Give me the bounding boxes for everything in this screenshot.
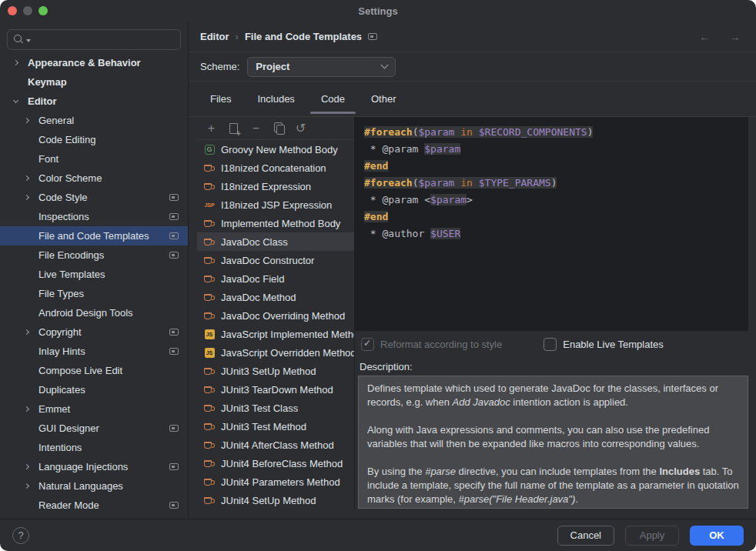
template-list-toolbar: +−↺ [197,117,354,140]
help-button[interactable]: ? [12,527,29,544]
list-item-javadoc-class[interactable]: JavaDoc Class [197,232,354,251]
scheme-row: Scheme: Project [189,52,756,81]
minimize-button[interactable] [23,6,32,15]
breadcrumb-editor[interactable]: Editor [200,31,229,42]
scheme-select[interactable]: Project [247,57,396,77]
list-item-junit4-afterclass-method[interactable]: JUnit4 AfterClass Method [197,436,354,454]
chevron-right-icon[interactable] [14,61,28,65]
sidebar-item-emmet[interactable]: Emmet [0,399,188,419]
sidebar-item-file-types[interactable]: File Types [0,284,188,303]
chevron-right-icon[interactable] [25,407,38,411]
sidebar-item-label: Color Scheme [38,172,179,184]
titlebar: Settings [0,0,756,22]
remove-button[interactable]: − [245,119,267,139]
template-editor[interactable]: #foreach($param in $RECORD_COMPONENTS) *… [355,117,748,331]
list-item-junit4-setup-method[interactable]: JUnit4 SetUp Method [197,491,354,509]
sidebar-item-inlay-hints[interactable]: Inlay Hints [0,342,188,361]
list-item-groovy-new-method-body[interactable]: GGroovy New Method Body [197,140,354,159]
create-from-template-button[interactable] [222,119,245,139]
live-templates-checkbox[interactable] [544,338,557,351]
breadcrumb: Editor › File and Code Templates ← → [189,22,756,52]
code-line: #foreach($param in $RECORD_COMPONENTS) [364,124,739,141]
sidebar-item-font[interactable]: Font [0,149,188,169]
tab-code[interactable]: Code [318,82,348,116]
list-item-javascript-implemented-method[interactable]: JSJavaScript Implemented Method [197,325,354,343]
list-item-junit3-test-class[interactable]: JUnit3 Test Class [197,399,354,417]
chevron-right-icon[interactable] [25,195,38,199]
create-from-template-icon [228,122,239,134]
chevron-right-icon[interactable] [25,465,38,469]
list-item-junit4-beforeclass-method[interactable]: JUnit4 BeforeClass Method [197,454,354,473]
list-item-javadoc-method[interactable]: JavaDoc Method [197,288,354,306]
sidebar-item-general[interactable]: General [0,111,188,130]
sidebar-item-inspections[interactable]: Inspections [0,207,188,226]
sidebar-item-language-injections[interactable]: Language Injections [0,457,188,476]
search-history-caret-icon[interactable] [26,39,31,42]
reformat-checkbox-group[interactable]: Reformat according to style [361,338,502,351]
sidebar-item-label: Compose Live Edit [38,365,179,376]
sidebar-item-editor[interactable]: Editor [0,92,188,111]
tab-includes[interactable]: Includes [254,82,297,116]
list-item-label: JUnit3 TearDown Method [221,384,333,396]
sidebar-item-file-and-code-templates[interactable]: File and Code Templates [0,226,188,245]
chevron-right-icon[interactable] [25,119,38,122]
ok-button[interactable]: OK [690,526,744,546]
tab-other[interactable]: Other [368,82,400,116]
project-settings-badge-icon [169,348,179,355]
reset-button[interactable]: ↺ [289,119,312,139]
sidebar-item-compose-live-edit[interactable]: Compose Live Edit [0,361,188,380]
sidebar-item-duplicates[interactable]: Duplicates [0,380,188,399]
search-input[interactable] [7,29,181,50]
chevron-right-icon[interactable] [25,176,38,180]
list-item-label: JUnit4 Parameters Method [221,476,340,488]
reformat-checkbox[interactable] [361,338,374,351]
sidebar-item-code-style[interactable]: Code Style [0,188,188,207]
sidebar-item-keymap[interactable]: Keymap [0,72,188,92]
add-button[interactable]: + [200,119,222,139]
sidebar-item-appearance-behavior[interactable]: Appearance & Behavior [0,53,188,72]
java-icon [203,294,216,301]
list-item-junit3-setup-method[interactable]: JUnit3 SetUp Method [197,362,354,380]
chevron-right-icon[interactable] [25,484,38,488]
list-item-javadoc-field[interactable]: JavaDoc Field [197,269,354,288]
sidebar-item-natural-languages[interactable]: Natural Languages [0,476,188,496]
list-item-i18nized-expression[interactable]: I18nized Expression [197,177,354,195]
sidebar-item-file-encodings[interactable]: File Encodings [0,245,188,265]
list-item-label: JavaDoc Method [221,292,296,303]
sidebar-item-label: GUI Designer [38,422,169,434]
sidebar-item-reader-mode[interactable]: Reader Mode [0,496,188,515]
sidebar-item-gui-designer[interactable]: GUI Designer [0,419,188,438]
close-button[interactable] [8,6,17,15]
sidebar-item-label: Inspections [38,211,169,222]
list-item-junit4-parameters-method[interactable]: JUnit4 Parameters Method [197,473,354,491]
back-icon[interactable]: ← [699,30,711,43]
sidebar-item-copyright[interactable]: Copyright [0,322,188,342]
list-item-javadoc-constructor[interactable]: JavaDoc Constructor [197,251,354,269]
sidebar-item-label: Font [38,153,179,165]
chevron-down-icon[interactable] [14,100,28,102]
tab-files[interactable]: Files [207,82,234,116]
cancel-button[interactable]: Cancel [557,526,614,546]
list-item-javadoc-overriding-method[interactable]: JavaDoc Overriding Method [197,306,354,325]
zoom-button[interactable] [38,6,48,15]
sidebar-item-android-design-tools[interactable]: Android Design Tools [0,303,188,322]
sidebar-item-label: File and Code Templates [38,230,169,242]
list-item-junit3-test-method[interactable]: JUnit3 Test Method [197,417,354,436]
java-icon [203,165,216,172]
list-item-junit3-teardown-method[interactable]: JUnit3 TearDown Method [197,380,354,399]
project-settings-badge-icon [169,463,179,470]
list-item-i18nized-concatenation[interactable]: I18nized Concatenation [197,159,354,177]
list-item-i18nized-jsp-expression[interactable]: JSPI18nized JSP Expression [197,195,354,214]
sidebar-item-live-templates[interactable]: Live Templates [0,265,188,284]
live-templates-checkbox-group[interactable]: Enable Live Templates [544,338,664,351]
chevron-right-icon[interactable] [25,330,38,334]
scheme-label: Scheme: [200,61,239,72]
list-item-javascript-overridden-method[interactable]: JSJavaScript Overridden Method [197,343,354,362]
list-item-implemented-method-body[interactable]: Implemented Method Body [197,214,354,232]
sidebar-item-code-editing[interactable]: Code Editing [0,130,188,149]
forward-icon[interactable]: → [729,30,741,43]
sidebar-item-intentions[interactable]: Intentions [0,438,188,457]
duplicate-button[interactable] [267,119,289,139]
sidebar-item-color-scheme[interactable]: Color Scheme [0,169,188,188]
traffic-lights [8,6,48,15]
